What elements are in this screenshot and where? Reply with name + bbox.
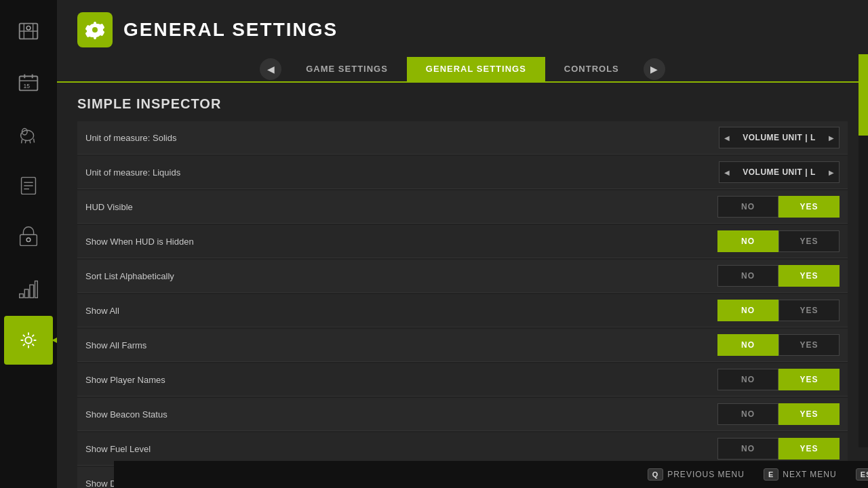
- toggle-yes-button[interactable]: YES: [778, 369, 840, 390]
- toggle-no-button[interactable]: NO: [717, 230, 778, 252]
- table-row: Unit of measure: Liquids ◀ VOLUME UNIT |…: [77, 156, 848, 189]
- sidebar: 15: [0, 0, 57, 488]
- sidebar-item-settings[interactable]: [4, 316, 53, 365]
- tab-prev-arrow[interactable]: ◀: [260, 58, 281, 80]
- setting-label: Show When HUD is Hidden: [85, 237, 194, 247]
- key-esc[interactable]: ESC: [856, 468, 868, 481]
- setting-label: Sort List Alphabetically: [85, 271, 174, 281]
- section-title: SIMPLE INSPECTOR: [57, 96, 868, 121]
- setting-label: Show All: [85, 306, 119, 316]
- table-row: Unit of measure: Solids ◀ VOLUME UNIT | …: [77, 121, 848, 155]
- bottom-action-prev: Q PREVIOUS MENU: [648, 468, 745, 481]
- toggle-no-button[interactable]: NO: [717, 334, 778, 356]
- table-row: Show Beacon Status NO YES: [77, 398, 848, 431]
- toggle-no-button[interactable]: NO: [717, 369, 778, 390]
- bottom-bar: Q PREVIOUS MENU E NEXT MENU ESC BACK: [114, 461, 868, 488]
- dropdown-left-arrow[interactable]: ◀: [719, 127, 734, 148]
- table-row: Show Player Names NO YES: [77, 363, 848, 396]
- toggle-yes-button[interactable]: YES: [778, 196, 840, 218]
- svg-rect-22: [35, 281, 38, 298]
- sidebar-item-calendar[interactable]: 15: [4, 58, 53, 107]
- toggle-control: NO YES: [717, 438, 840, 460]
- toggle-yes-button[interactable]: YES: [778, 334, 840, 356]
- setting-label: Show Fuel Level: [85, 444, 151, 454]
- svg-point-18: [26, 238, 31, 242]
- svg-line-9: [22, 140, 22, 144]
- toggle-yes-button[interactable]: YES: [778, 230, 840, 252]
- svg-point-1: [26, 26, 31, 30]
- toggle-control: NO YES: [717, 300, 840, 321]
- setting-label: HUD Visible: [85, 202, 133, 212]
- svg-rect-17: [20, 235, 37, 245]
- toggle-yes-button[interactable]: YES: [778, 300, 840, 321]
- toggle-control: NO YES: [717, 265, 840, 287]
- bottom-action-next: E NEXT MENU: [764, 468, 837, 481]
- toggle-control: NO YES: [717, 230, 840, 252]
- tab-game-settings[interactable]: GAME SETTINGS: [287, 57, 407, 83]
- setting-label: Unit of measure: Liquids: [85, 167, 180, 178]
- tab-controls[interactable]: CONTROLS: [545, 57, 638, 83]
- table-row: HUD Visible NO YES: [77, 190, 848, 224]
- table-row: Show When HUD is Hidden NO YES: [77, 225, 848, 258]
- svg-rect-19: [20, 294, 24, 298]
- dropdown-left-arrow[interactable]: ◀: [719, 161, 734, 183]
- main-content: GENERAL SETTINGS ◀ GAME SETTINGS GENERAL…: [57, 0, 868, 488]
- toggle-control: NO YES: [717, 334, 840, 356]
- dropdown-right-arrow[interactable]: ▶: [824, 161, 839, 183]
- svg-line-11: [30, 140, 31, 144]
- sidebar-item-animals[interactable]: [4, 110, 53, 159]
- svg-line-12: [34, 139, 35, 143]
- sidebar-item-contracts[interactable]: [4, 161, 53, 210]
- toggle-control: NO YES: [717, 196, 840, 218]
- toggle-no-button[interactable]: NO: [717, 196, 778, 218]
- dropdown-control[interactable]: ◀ VOLUME UNIT | L ▶: [719, 127, 840, 148]
- table-row: Show All NO YES: [77, 294, 848, 327]
- dropdown-value: VOLUME UNIT | L: [734, 167, 824, 177]
- setting-label: Show All Farms: [85, 340, 146, 350]
- header-icon: [77, 12, 113, 47]
- dropdown-value: VOLUME UNIT | L: [734, 133, 824, 142]
- table-row: Show All Farms NO YES: [77, 329, 848, 362]
- table-row: Sort List Alphabetically NO YES: [77, 260, 848, 293]
- svg-rect-20: [24, 289, 28, 298]
- setting-label: Show Player Names: [85, 375, 165, 385]
- prev-menu-label: PREVIOUS MENU: [667, 470, 745, 479]
- svg-point-23: [25, 337, 32, 344]
- key-e[interactable]: E: [764, 468, 778, 481]
- toggle-no-button[interactable]: NO: [717, 403, 778, 425]
- tab-general-settings[interactable]: GENERAL SETTINGS: [407, 57, 545, 83]
- sidebar-item-map[interactable]: [4, 7, 53, 56]
- tab-next-arrow[interactable]: ▶: [644, 58, 665, 80]
- tab-bar: ◀ GAME SETTINGS GENERAL SETTINGS CONTROL…: [57, 57, 868, 83]
- toggle-no-button[interactable]: NO: [717, 265, 778, 287]
- setting-label: Unit of measure: Solids: [85, 133, 176, 143]
- toggle-control: NO YES: [717, 403, 840, 425]
- toggle-no-button[interactable]: NO: [717, 300, 778, 321]
- header: GENERAL SETTINGS: [57, 0, 868, 57]
- dropdown-right-arrow[interactable]: ▶: [824, 127, 839, 148]
- toggle-no-button[interactable]: NO: [717, 438, 778, 460]
- svg-rect-21: [30, 285, 34, 298]
- settings-list: Unit of measure: Solids ◀ VOLUME UNIT | …: [57, 121, 868, 488]
- setting-label: Show Beacon Status: [85, 409, 167, 420]
- toggle-yes-button[interactable]: YES: [778, 438, 840, 460]
- next-menu-label: NEXT MENU: [783, 470, 836, 479]
- scrollbar-thumb[interactable]: [859, 54, 868, 136]
- dropdown-control[interactable]: ◀ VOLUME UNIT | L ▶: [719, 161, 840, 183]
- sidebar-item-shop[interactable]: [4, 213, 53, 262]
- toggle-yes-button[interactable]: YES: [778, 265, 840, 287]
- toggle-yes-button[interactable]: YES: [778, 403, 840, 425]
- svg-line-10: [25, 140, 26, 144]
- sidebar-item-stats[interactable]: [4, 264, 53, 313]
- page-title: GENERAL SETTINGS: [123, 19, 338, 41]
- svg-text:15: 15: [23, 83, 30, 89]
- scrollbar-track[interactable]: [859, 54, 868, 447]
- key-q[interactable]: Q: [648, 468, 664, 481]
- toggle-control: NO YES: [717, 369, 840, 390]
- bottom-action-back: ESC BACK: [856, 468, 868, 481]
